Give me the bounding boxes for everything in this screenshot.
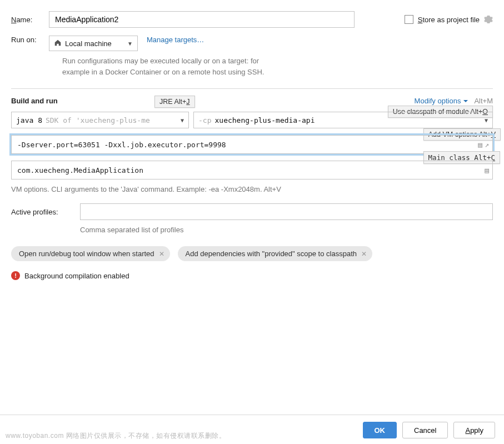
runon-select[interactable]: Local machine ▼ <box>49 36 138 51</box>
warning-icon: ! <box>11 271 20 280</box>
chip-open-window[interactable]: Open run/debug tool window when started … <box>11 246 170 261</box>
vm-hint: VM options. CLI arguments to the 'Java' … <box>11 185 493 193</box>
ok-button[interactable]: OK <box>363 422 397 438</box>
jre-callout: JRE Alt+J <box>154 96 195 108</box>
jdk-select[interactable]: java 8 SDK of 'xuecheng-plus-me ▼ <box>11 112 189 128</box>
home-icon <box>54 39 62 48</box>
watermark: www.toyoban.com 网络图片仅供展示，不存储，如有侵权请联系删除。 <box>6 431 226 441</box>
close-icon[interactable]: ✕ <box>361 250 367 258</box>
history-icon[interactable]: ▤ <box>478 141 482 149</box>
profiles-input[interactable] <box>80 203 493 220</box>
chip-provided-scope[interactable]: Add dependencies with "provided" scope t… <box>178 246 372 261</box>
build-run-title: Build and run <box>11 97 58 105</box>
profiles-label: Active profiles: <box>11 208 80 216</box>
store-checkbox[interactable] <box>405 15 413 24</box>
name-input[interactable] <box>49 11 355 28</box>
gear-icon[interactable] <box>484 15 493 24</box>
classpath-select[interactable]: -cp xuecheng-plus-media-api ▼ <box>193 112 493 128</box>
cancel-button[interactable]: Cancel <box>402 422 448 438</box>
main-class-input[interactable]: com.xuecheng.MediaApplication ▤ <box>11 161 493 179</box>
close-icon[interactable]: ✕ <box>159 250 164 258</box>
chevron-down-icon: ▼ <box>181 117 184 123</box>
name-label: Name: <box>11 16 49 24</box>
modify-options-link[interactable]: Modify options Alt+M <box>415 97 493 105</box>
manage-targets-link[interactable]: Manage targets… <box>147 36 204 44</box>
vm-options-input[interactable]: -Dserver.port=63051 -Dxxl.job.executor.p… <box>11 135 493 154</box>
history-icon[interactable]: ▤ <box>485 166 489 174</box>
runon-value: Local machine <box>65 39 112 48</box>
chevron-down-icon: ▼ <box>485 117 488 123</box>
store-label: Store as project file <box>418 16 480 24</box>
divider <box>11 88 493 89</box>
warning-text: Background compilation enabled <box>24 272 129 280</box>
chevron-down-icon <box>463 98 468 104</box>
runon-label: Run on: <box>11 36 49 44</box>
expand-icon[interactable]: ↗ <box>485 141 489 149</box>
chevron-down-icon: ▼ <box>127 41 133 47</box>
run-description: Run configurations may be executed local… <box>62 56 493 77</box>
apply-button[interactable]: Apply <box>453 422 495 438</box>
profiles-hint: Comma separated list of profiles <box>80 226 493 234</box>
